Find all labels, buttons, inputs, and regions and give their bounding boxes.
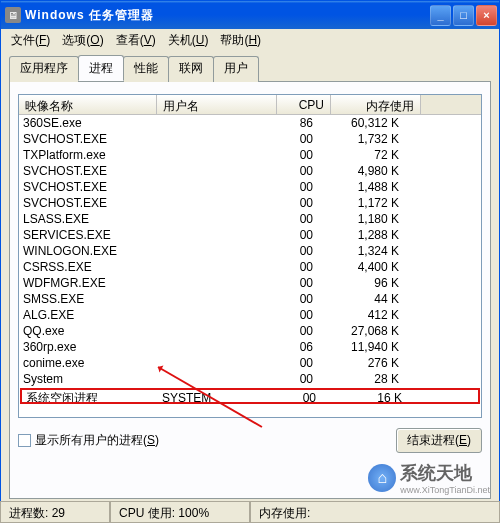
- cell-cpu: 00: [279, 179, 321, 195]
- col-image-name[interactable]: 映像名称: [19, 95, 157, 114]
- menu-options[interactable]: 选项(O): [56, 30, 109, 51]
- cell-memory: 11,940 K: [321, 339, 403, 355]
- menubar: 文件(F) 选项(O) 查看(V) 关机(U) 帮助(H): [1, 29, 499, 51]
- minimize-button[interactable]: _: [430, 5, 451, 26]
- status-mem-usage: 内存使用:: [250, 502, 500, 523]
- process-row[interactable]: WDFMGR.EXE0096 K: [19, 275, 481, 291]
- process-row[interactable]: 360rp.exe0611,940 K: [19, 339, 481, 355]
- cell-username: [159, 147, 279, 163]
- cell-username: [159, 259, 279, 275]
- app-icon: 🖥: [5, 7, 21, 23]
- close-button[interactable]: ×: [476, 5, 497, 26]
- menu-shutdown[interactable]: 关机(U): [162, 30, 215, 51]
- cell-image-name: WINLOGON.EXE: [21, 243, 159, 259]
- cell-memory: 1,324 K: [321, 243, 403, 259]
- process-list-body[interactable]: 360SE.exe8660,312 KSVCHOST.EXE001,732 KT…: [19, 115, 481, 418]
- col-memory[interactable]: 内存使用: [331, 95, 421, 114]
- titlebar[interactable]: 🖥 Windows 任务管理器 _ □ ×: [1, 1, 499, 29]
- cell-image-name: 360SE.exe: [21, 115, 159, 131]
- process-row[interactable]: TXPlatform.exe0072 K: [19, 147, 481, 163]
- show-all-users-label: 显示所有用户的进程(S): [35, 432, 159, 449]
- window-title: Windows 任务管理器: [25, 7, 430, 24]
- cell-image-name: SERVICES.EXE: [21, 227, 159, 243]
- cell-memory: 96 K: [321, 275, 403, 291]
- col-cpu[interactable]: CPU: [277, 95, 331, 114]
- cell-cpu: 00: [279, 147, 321, 163]
- cell-cpu: 00: [279, 259, 321, 275]
- process-row[interactable]: conime.exe00276 K: [19, 355, 481, 371]
- cell-username: [159, 179, 279, 195]
- cell-memory: 412 K: [321, 307, 403, 323]
- cell-image-name: conime.exe: [21, 355, 159, 371]
- cell-image-name: QQ.exe: [21, 323, 159, 339]
- cell-cpu: 00: [279, 323, 321, 339]
- cell-username: [159, 211, 279, 227]
- cell-cpu: 00: [279, 163, 321, 179]
- process-row[interactable]: SVCHOST.EXE001,172 K: [19, 195, 481, 211]
- maximize-button[interactable]: □: [453, 5, 474, 26]
- cell-image-name: SMSS.EXE: [21, 291, 159, 307]
- tab-performance[interactable]: 性能: [123, 56, 169, 82]
- cell-username: [159, 355, 279, 371]
- col-username[interactable]: 用户名: [157, 95, 277, 114]
- process-row[interactable]: SVCHOST.EXE001,732 K: [19, 131, 481, 147]
- process-row[interactable]: ALG.EXE00412 K: [19, 307, 481, 323]
- cell-memory: 27,068 K: [321, 323, 403, 339]
- show-all-users-checkbox[interactable]: 显示所有用户的进程(S): [18, 432, 159, 449]
- column-headers: 映像名称 用户名 CPU 内存使用: [19, 95, 481, 115]
- cell-username: [159, 371, 279, 387]
- process-row[interactable]: System0028 K: [19, 371, 481, 387]
- process-row[interactable]: SVCHOST.EXE004,980 K: [19, 163, 481, 179]
- tab-applications[interactable]: 应用程序: [9, 56, 79, 82]
- statusbar: 进程数: 29 CPU 使用: 100% 内存使用:: [0, 501, 500, 523]
- cell-cpu: 00: [279, 243, 321, 259]
- cell-image-name: SVCHOST.EXE: [21, 195, 159, 211]
- checkbox-box[interactable]: [18, 434, 31, 447]
- cell-username: [159, 291, 279, 307]
- cell-memory: 276 K: [321, 355, 403, 371]
- end-process-button[interactable]: 结束进程(E): [396, 428, 482, 453]
- cell-username: [159, 307, 279, 323]
- cell-memory: 1,180 K: [321, 211, 403, 227]
- process-row[interactable]: LSASS.EXE001,180 K: [19, 211, 481, 227]
- cell-image-name: WDFMGR.EXE: [21, 275, 159, 291]
- cell-memory: 4,400 K: [321, 259, 403, 275]
- cell-memory: 28 K: [321, 371, 403, 387]
- cell-image-name: SVCHOST.EXE: [21, 163, 159, 179]
- cell-username: [159, 243, 279, 259]
- process-row[interactable]: SVCHOST.EXE001,488 K: [19, 179, 481, 195]
- task-manager-window: 🖥 Windows 任务管理器 _ □ × 文件(F) 选项(O) 查看(V) …: [0, 0, 500, 523]
- cell-username: [159, 195, 279, 211]
- process-row[interactable]: 系统空闲进程SYSTEM0016 K: [20, 388, 480, 404]
- cell-cpu: 00: [279, 131, 321, 147]
- cell-image-name: System: [21, 371, 159, 387]
- cell-username: [159, 227, 279, 243]
- cell-cpu: 00: [279, 275, 321, 291]
- cell-image-name: TXPlatform.exe: [21, 147, 159, 163]
- menu-file[interactable]: 文件(F): [5, 30, 56, 51]
- cell-username: [159, 323, 279, 339]
- cell-memory: 1,732 K: [321, 131, 403, 147]
- cell-image-name: 360rp.exe: [21, 339, 159, 355]
- process-listview: 映像名称 用户名 CPU 内存使用 360SE.exe8660,312 KSVC…: [18, 94, 482, 418]
- tab-processes[interactable]: 进程: [78, 55, 124, 81]
- tab-users[interactable]: 用户: [213, 56, 259, 82]
- cell-cpu: 86: [279, 115, 321, 131]
- cell-image-name: CSRSS.EXE: [21, 259, 159, 275]
- menu-help[interactable]: 帮助(H): [214, 30, 267, 51]
- process-row[interactable]: CSRSS.EXE004,400 K: [19, 259, 481, 275]
- process-row[interactable]: WINLOGON.EXE001,324 K: [19, 243, 481, 259]
- cell-memory: 44 K: [321, 291, 403, 307]
- process-row[interactable]: SERVICES.EXE001,288 K: [19, 227, 481, 243]
- cell-cpu: 00: [282, 390, 324, 402]
- process-row[interactable]: SMSS.EXE0044 K: [19, 291, 481, 307]
- cell-image-name: LSASS.EXE: [21, 211, 159, 227]
- process-row[interactable]: 360SE.exe8660,312 K: [19, 115, 481, 131]
- cell-username: [159, 275, 279, 291]
- cell-memory: 4,980 K: [321, 163, 403, 179]
- menu-view[interactable]: 查看(V): [110, 30, 162, 51]
- cell-memory: 1,288 K: [321, 227, 403, 243]
- tab-networking[interactable]: 联网: [168, 56, 214, 82]
- process-row[interactable]: QQ.exe0027,068 K: [19, 323, 481, 339]
- status-process-count: 进程数: 29: [0, 502, 110, 523]
